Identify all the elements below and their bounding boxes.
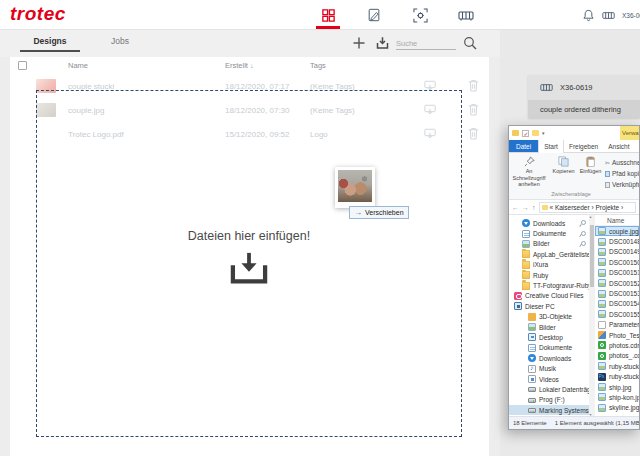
explorer-title-bar[interactable]: ▾ Verwalten	[509, 126, 639, 140]
address-breadcrumb[interactable]: « Kaiserseder › Projekte ›	[539, 202, 637, 213]
tree-item-icon	[522, 230, 530, 238]
column-header-name[interactable]: Name	[68, 61, 88, 70]
device-id-label[interactable]: X36-0619	[622, 12, 640, 19]
drag-move-tooltip: → Verschieben	[349, 206, 409, 219]
laser-job-queue-card: X36-0619 couple ordered dithering	[528, 75, 640, 118]
quick-access-folder-icon[interactable]	[532, 130, 539, 136]
up-arrow-icon[interactable]: ↑	[532, 204, 536, 211]
file-item[interactable]: ship.jpg	[595, 382, 639, 392]
column-header-tags[interactable]: Tags	[310, 61, 326, 70]
file-list-header-name[interactable]: Name	[595, 215, 639, 226]
scrollbar-thumb[interactable]	[590, 225, 594, 287]
tree-item[interactable]: Desktop	[509, 332, 589, 342]
tree-item[interactable]: Dokumente	[509, 228, 589, 238]
search-input[interactable]	[396, 37, 456, 50]
file-item[interactable]: ruby-stucki	[595, 361, 639, 371]
tab-ansicht[interactable]: Ansicht	[603, 140, 634, 152]
file-item[interactable]: DSC00148.J	[595, 236, 639, 246]
nav-design-editor-icon[interactable]	[364, 5, 384, 25]
file-item[interactable]: photos_.cdr	[595, 351, 639, 361]
paste-shortcut-button[interactable]: Verknüpfung einfügen	[605, 179, 640, 190]
file-item[interactable]: ruby-stucki	[595, 371, 639, 381]
tab-datei[interactable]: Datei	[509, 140, 538, 152]
file-item[interactable]: DSC00153.J	[595, 288, 639, 298]
tree-item[interactable]: Marking Systems (G:)	[509, 405, 589, 415]
tree-item[interactable]: Bilder	[509, 239, 589, 249]
file-list: couple.jpg DSC00148.J DSC00149.J	[595, 226, 639, 413]
tree-item-icon	[528, 344, 536, 352]
quick-access-chevron-icon[interactable]: ▾	[542, 130, 545, 136]
file-item-icon	[598, 300, 606, 308]
tree-item-label: Downloads	[533, 220, 565, 227]
cut-button-label: Ausschneiden	[612, 159, 640, 166]
file-item[interactable]: couple.jpg	[595, 226, 639, 236]
tree-item-label: Bilder	[533, 240, 550, 247]
notifications-bell-icon[interactable]	[582, 9, 595, 22]
tab-freigeben[interactable]: Freigeben	[564, 140, 603, 152]
paste-button[interactable]: Einfügen	[578, 156, 603, 175]
pin-button-label: An Schnellzugriff anheften	[511, 168, 547, 188]
folder-tree: Downloads Dokumente Bilder Ap	[509, 215, 589, 416]
tree-item-label: Bilder	[539, 324, 556, 331]
nav-designs-icon[interactable]	[318, 5, 338, 25]
file-item[interactable]: DSC00150.J	[595, 257, 639, 267]
tree-item[interactable]: Videos	[509, 374, 589, 384]
forward-arrow-icon[interactable]: →	[522, 204, 529, 211]
tree-item[interactable]: Dieser PC	[509, 301, 589, 311]
cut-button[interactable]: ✂Ausschneiden	[605, 157, 640, 168]
tree-item[interactable]: Downloads	[509, 218, 589, 228]
tree-item[interactable]: 3D-Objekte	[509, 312, 589, 322]
nav-production-icon[interactable]	[456, 5, 476, 25]
quick-access-check-icon[interactable]	[522, 130, 529, 137]
file-item[interactable]: ship-kon.jp	[595, 392, 639, 402]
file-item[interactable]: DSC00149.J	[595, 247, 639, 257]
tree-item[interactable]: iXura	[509, 260, 589, 270]
back-arrow-icon[interactable]: ←	[512, 204, 519, 211]
column-header-created[interactable]: Erstellt↓	[225, 61, 253, 70]
tree-item[interactable]: Musik	[509, 363, 589, 373]
tree-item-icon	[514, 302, 522, 310]
drag-ghost-thumbnail[interactable]	[335, 167, 375, 208]
device-machine-icon[interactable]	[602, 10, 615, 21]
tree-item[interactable]: Lokaler Datenträger (C:)	[509, 384, 589, 394]
address-folder-icon	[542, 205, 548, 210]
select-all-checkbox[interactable]	[18, 61, 27, 70]
tree-item[interactable]: Dokumente	[509, 343, 589, 353]
search-icon[interactable]	[463, 36, 478, 51]
copy-button[interactable]: Kopieren	[551, 156, 576, 175]
tree-item[interactable]: Ruby	[509, 270, 589, 280]
tree-item[interactable]: AppLab_Geräteliste	[509, 249, 589, 259]
file-item[interactable]: DSC00152.J	[595, 278, 639, 288]
file-item[interactable]: DSC00151.J	[595, 268, 639, 278]
tree-item[interactable]: Creative Cloud Files	[509, 291, 589, 301]
tab-designs[interactable]: Designs	[20, 36, 80, 46]
nav-positioning-icon[interactable]	[410, 5, 430, 25]
pin-to-quick-access-button[interactable]: An Schnellzugriff anheften	[511, 156, 547, 188]
file-item-icon	[598, 393, 606, 401]
delete-trash-icon[interactable]	[468, 127, 479, 140]
file-item[interactable]: Parameter-	[595, 320, 639, 330]
copy-path-button[interactable]: Pfad kopieren	[605, 168, 640, 179]
tree-item[interactable]: Downloads	[509, 353, 589, 363]
delete-trash-icon[interactable]	[468, 79, 479, 92]
import-design-button[interactable]	[375, 36, 391, 51]
file-item[interactable]: Photo_Test_	[595, 330, 639, 340]
file-item[interactable]: DSC00154.J	[595, 299, 639, 309]
tab-bildtools[interactable]: Bildtools	[635, 140, 640, 152]
queue-job-item[interactable]: couple ordered dithering	[528, 100, 640, 118]
file-item[interactable]: photos.cdr	[595, 340, 639, 350]
queue-device-header[interactable]: X36-0619	[528, 75, 640, 100]
add-design-button[interactable]	[352, 36, 368, 51]
file-item[interactable]: skyline.jpg	[595, 403, 639, 413]
tree-item[interactable]: Bilder	[509, 322, 589, 332]
tab-jobs[interactable]: Jobs	[100, 36, 140, 46]
file-item-icon	[598, 362, 606, 370]
tree-item[interactable]: TT-Fotogravur-Ruby	[509, 280, 589, 290]
file-item-label: ship.jpg	[609, 384, 631, 391]
tree-item[interactable]: Prog (F:)	[509, 395, 589, 405]
file-drop-zone[interactable]: Dateien hier einfügen!	[36, 90, 462, 437]
file-item[interactable]: DSC00155.J	[595, 309, 639, 319]
delete-trash-icon[interactable]	[468, 103, 479, 116]
file-item-icon	[598, 341, 606, 349]
tab-start[interactable]: Start	[538, 140, 564, 153]
